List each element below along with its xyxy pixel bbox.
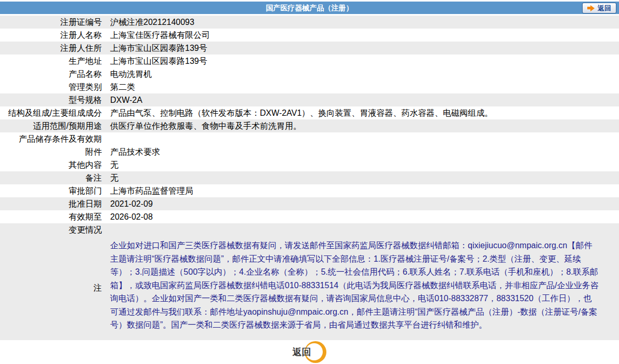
- right-arrow-icon: [587, 5, 595, 11]
- row-label: 生产地址: [0, 55, 107, 68]
- footer: 返回: [0, 340, 619, 364]
- note-row: 注 企业如对进口和国产三类医疗器械数据有疑问，请发送邮件至国家药监局医疗器械数据…: [0, 236, 619, 340]
- table-row: 生产地址上海市宝山区园泰路139号: [0, 55, 619, 68]
- footer-back-label: 返回: [293, 346, 311, 358]
- table-row: 审批部门上海市药品监督管理局: [0, 184, 619, 197]
- table-row: 产品名称电动洗胃机: [0, 68, 619, 80]
- table-row: 备注无: [0, 171, 619, 184]
- table-row: 产品储存条件及有效期: [0, 132, 619, 145]
- table-row: 有效期至2026-02-08: [0, 210, 619, 223]
- table-row: 注册人住所上海市宝山区园泰路139号: [0, 42, 619, 55]
- table-row: 变更情况: [0, 223, 619, 236]
- footer-back-button[interactable]: 返回: [293, 341, 327, 363]
- row-value: 上海市药品监督管理局: [107, 184, 619, 197]
- row-label: 产品名称: [0, 68, 107, 80]
- row-value: 无: [107, 171, 619, 184]
- row-label: 有效期至: [0, 210, 107, 223]
- row-label: 批准日期: [0, 197, 107, 210]
- row-value: 电动洗胃机: [107, 68, 619, 80]
- row-value: 第二类: [107, 80, 619, 93]
- row-value: 无: [107, 158, 619, 171]
- table-row: 注册人名称上海宝佳医疗器械有限公司: [0, 29, 619, 42]
- row-value: DXW-2A: [107, 93, 619, 106]
- row-value: 产品技术要求: [107, 145, 619, 158]
- table-row: 附件产品技术要求: [0, 145, 619, 158]
- table-row: 其他内容无: [0, 158, 619, 171]
- row-label: 附件: [0, 145, 107, 158]
- row-label: 其他内容: [0, 158, 107, 171]
- row-value: 产品由气泵、控制电路（软件发布版本：DXW-2AV1）、换向装置、胃液容器、药水…: [107, 106, 619, 119]
- row-label: 适用范围/预期用途: [0, 119, 107, 132]
- table-row: 批准日期2021-02-09: [0, 197, 619, 210]
- page: 国产医疗器械产品（注册） 返回 注册证编号沪械注准20212140093注册人名…: [0, 0, 619, 364]
- note-text: 企业如对进口和国产三类医疗器械数据有疑问，请发送邮件至国家药监局医疗器械数据纠错…: [107, 236, 599, 340]
- row-label: 审批部门: [0, 184, 107, 197]
- row-label: 注册人住所: [0, 42, 107, 55]
- row-value: 上海市宝山区园泰路139号: [107, 42, 619, 55]
- row-value: 2026-02-08: [107, 210, 619, 223]
- row-value: [107, 223, 619, 236]
- page-title: 国产医疗器械产品（注册）: [0, 2, 619, 14]
- row-value: 上海市宝山区园泰路139号: [107, 55, 619, 68]
- row-value: 沪械注准20212140093: [107, 16, 619, 29]
- table-row: 型号规格DXW-2A: [0, 93, 619, 106]
- row-label: 结构及组成/主要组成成分: [0, 106, 107, 119]
- row-label: 变更情况: [0, 223, 107, 236]
- back-button[interactable]: 返回: [582, 3, 616, 14]
- row-label: 管理类别: [0, 80, 107, 93]
- table-row: 管理类别第二类: [0, 80, 619, 93]
- row-label: 注册人名称: [0, 29, 107, 42]
- table-row: 注册证编号沪械注准20212140093: [0, 16, 619, 29]
- row-label: 产品储存条件及有效期: [0, 132, 107, 145]
- title-bar: 国产医疗器械产品（注册） 返回: [0, 2, 619, 14]
- row-value: [107, 132, 619, 145]
- row-label: 型号规格: [0, 93, 107, 106]
- table-row: 适用范围/预期用途供医疗单位作抢救服毒、食物中毒及手术前洗胃用。: [0, 119, 619, 132]
- row-label: 备注: [0, 171, 107, 184]
- row-label: 注册证编号: [0, 16, 107, 29]
- row-value: 2021-02-09: [107, 197, 619, 210]
- row-value: 上海宝佳医疗器械有限公司: [107, 29, 619, 42]
- row-value: 供医疗单位作抢救服毒、食物中毒及手术前洗胃用。: [107, 119, 619, 132]
- back-button-label: 返回: [598, 3, 611, 13]
- note-label: 注: [0, 236, 107, 340]
- table-row: 结构及组成/主要组成成分产品由气泵、控制电路（软件发布版本：DXW-2AV1）、…: [0, 106, 619, 119]
- registration-detail-table: 注册证编号沪械注准20212140093注册人名称上海宝佳医疗器械有限公司注册人…: [0, 16, 619, 236]
